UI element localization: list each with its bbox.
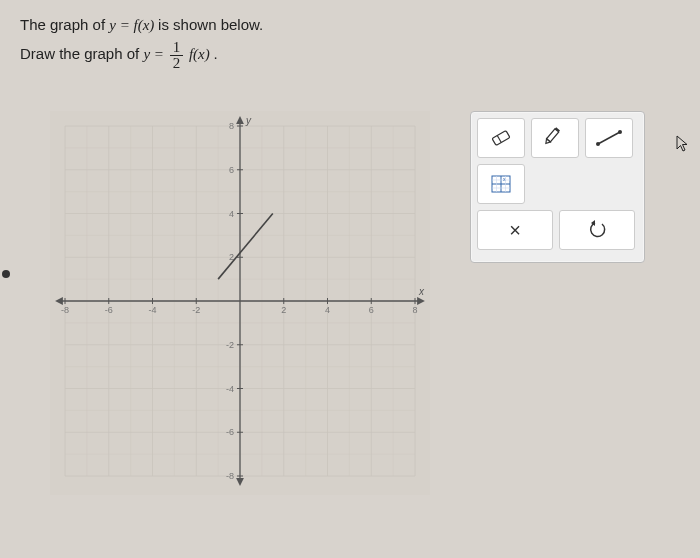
delete-button[interactable]: × — [477, 210, 553, 250]
svg-point-75 — [596, 142, 600, 146]
eraser-icon — [489, 128, 513, 148]
svg-text:8: 8 — [412, 305, 417, 315]
text: . — [214, 45, 218, 62]
svg-text:x: x — [418, 286, 425, 297]
svg-line-71 — [497, 136, 501, 143]
svg-text:-8: -8 — [226, 471, 234, 481]
text: is shown below. — [158, 16, 263, 33]
svg-text:-4: -4 — [226, 384, 234, 394]
eq-eq: = — [120, 17, 134, 33]
reset-icon — [586, 220, 608, 240]
svg-text:-8: -8 — [61, 305, 69, 315]
svg-text:2: 2 — [281, 305, 286, 315]
eq-lhs: y — [109, 17, 116, 33]
delete-icon: × — [509, 219, 521, 242]
eq-rhs: f(x) — [189, 46, 210, 62]
svg-text:y: y — [245, 115, 252, 126]
text: Draw the graph of — [20, 45, 143, 62]
svg-text:-2: -2 — [192, 305, 200, 315]
eq-eq: = — [154, 46, 168, 62]
pencil-tool[interactable] — [531, 118, 579, 158]
line-icon — [594, 128, 624, 148]
eraser-tool[interactable] — [477, 118, 525, 158]
bullet-marker — [2, 270, 10, 278]
svg-rect-70 — [492, 131, 510, 146]
text: The graph of — [20, 16, 109, 33]
coordinate-grid[interactable]: -8-6-4-22468-8-6-4-22468xy — [50, 111, 430, 491]
prompt-line-1: The graph of y = f(x) is shown below. — [20, 16, 680, 34]
svg-text:-6: -6 — [105, 305, 113, 315]
grid-tool[interactable]: x — [477, 164, 525, 204]
svg-text:4: 4 — [325, 305, 330, 315]
svg-text:4: 4 — [229, 209, 234, 219]
svg-text:6: 6 — [229, 165, 234, 175]
svg-line-74 — [598, 132, 620, 144]
svg-text:-6: -6 — [226, 427, 234, 437]
svg-text:8: 8 — [229, 121, 234, 131]
svg-text:-2: -2 — [226, 340, 234, 350]
tool-panel: x × — [470, 111, 645, 263]
fraction-num: 1 — [170, 40, 184, 56]
grid-icon: x — [489, 174, 513, 194]
eq-lhs: y — [143, 46, 150, 62]
prompt-line-2: Draw the graph of y = 1 2 f(x) . — [20, 40, 680, 71]
reset-button[interactable] — [559, 210, 635, 250]
graph-canvas[interactable]: -8-6-4-22468-8-6-4-22468xy — [50, 111, 430, 495]
svg-text:-4: -4 — [148, 305, 156, 315]
fraction: 1 2 — [170, 40, 184, 71]
svg-point-76 — [618, 130, 622, 134]
eq-rhs: f(x) — [134, 17, 155, 33]
line-tool[interactable] — [585, 118, 633, 158]
pencil-icon — [543, 128, 567, 148]
cursor-pointer-icon — [676, 135, 692, 157]
fraction-den: 2 — [170, 56, 184, 71]
svg-text:6: 6 — [369, 305, 374, 315]
